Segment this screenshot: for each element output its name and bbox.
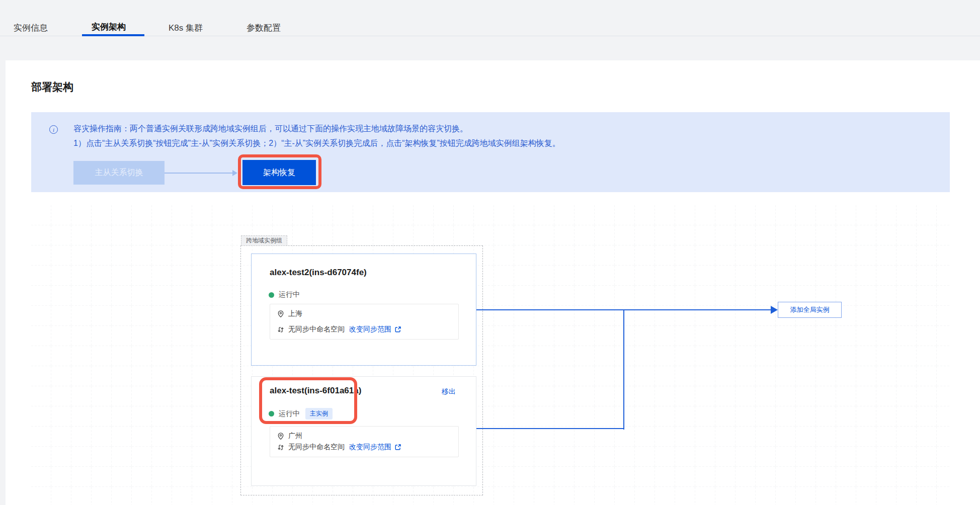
banner-connector-arrow-icon — [232, 170, 237, 176]
connector-vertical-line — [623, 309, 624, 430]
info-icon: i — [49, 125, 58, 134]
banner-connector-line — [165, 173, 233, 174]
region-text: 广州 — [288, 432, 302, 441]
remove-instance-link[interactable]: 移出 — [442, 387, 456, 396]
change-sync-scope-label: 改变同步范围 — [349, 443, 391, 452]
instance-name: alex-test2(ins-d67074fe) — [270, 268, 367, 278]
grid-background — [31, 205, 950, 505]
instance-card-alex-test2: alex-test2(ins-d67074fe) 运行中 上海 无同步中命名空间… — [251, 254, 476, 366]
status-dot-icon — [269, 292, 274, 298]
page-title: 部署架构 — [31, 80, 73, 94]
primary-instance-badge: 主实例 — [305, 408, 333, 419]
sync-row: 无同步中命名空间 改变同步范围 — [277, 325, 452, 334]
location-pin-icon — [277, 432, 285, 440]
tab-parameter-config[interactable]: 参数配置 — [247, 22, 281, 34]
change-sync-scope-link[interactable]: 改变同步范围 — [349, 325, 401, 334]
sync-arrows-icon — [277, 326, 285, 333]
instance-status-row: 运行中 主实例 — [269, 408, 333, 419]
status-text: 运行中 — [279, 409, 300, 418]
active-tab-underline — [82, 34, 144, 36]
change-sync-scope-link[interactable]: 改变同步范围 — [349, 443, 401, 452]
tab-instance-info[interactable]: 实例信息 — [14, 22, 48, 34]
location-pin-icon — [277, 310, 285, 318]
region-row: 上海 — [277, 309, 452, 318]
add-global-instance-button[interactable]: 添加全局实例 — [778, 302, 842, 318]
sync-row: 无同步中命名空间 改变同步范围 — [277, 443, 452, 452]
instance-detail-box: 上海 无同步中命名空间 改变同步范围 — [270, 304, 459, 340]
sync-status-text: 无同步中命名空间 — [288, 443, 345, 452]
instance-card-alex-test: alex-test(ins-6f01a61a) 移出 运行中 主实例 广州 无同… — [251, 376, 476, 486]
tab-k8s-cluster[interactable]: K8s 集群 — [169, 22, 203, 34]
master-slave-switch-button[interactable]: 主从关系切换 — [73, 161, 165, 185]
sync-status-text: 无同步中命名空间 — [288, 325, 345, 334]
connector-bottom-line — [476, 428, 624, 429]
region-row: 广州 — [277, 432, 452, 441]
cross-region-group-label: 跨地域实例组 — [241, 235, 287, 246]
banner-guide-line1: 容灾操作指南：两个普通实例关联形成跨地域实例组后，可以通过下面的操作实现主地域故… — [73, 124, 468, 134]
connector-arrow-icon — [771, 306, 778, 314]
tab-instance-architecture[interactable]: 实例架构 — [92, 21, 126, 33]
instance-status-row: 运行中 — [269, 290, 300, 299]
page-root: 实例信息 实例架构 K8s 集群 参数配置 部署架构 i 容灾操作指南：两个普通… — [0, 0, 980, 505]
external-link-icon — [394, 326, 401, 333]
change-sync-scope-label: 改变同步范围 — [349, 325, 391, 334]
instance-detail-box: 广州 无同步中命名空间 改变同步范围 — [270, 426, 459, 457]
region-text: 上海 — [288, 309, 302, 318]
external-link-icon — [394, 444, 401, 451]
status-text: 运行中 — [279, 290, 300, 299]
sync-arrows-icon — [277, 444, 285, 451]
banner-guide-line2: 1）点击“主从关系切换“按钮完成"主-从"实例关系切换；2）“主-从”实例关系切… — [73, 138, 560, 149]
tab-bar: 实例信息 实例架构 K8s 集群 参数配置 — [0, 0, 980, 36]
architecture-restore-button[interactable]: 架构恢复 — [242, 160, 316, 185]
instance-name: alex-test(ins-6f01a61a) — [270, 386, 361, 396]
status-dot-icon — [269, 411, 274, 416]
